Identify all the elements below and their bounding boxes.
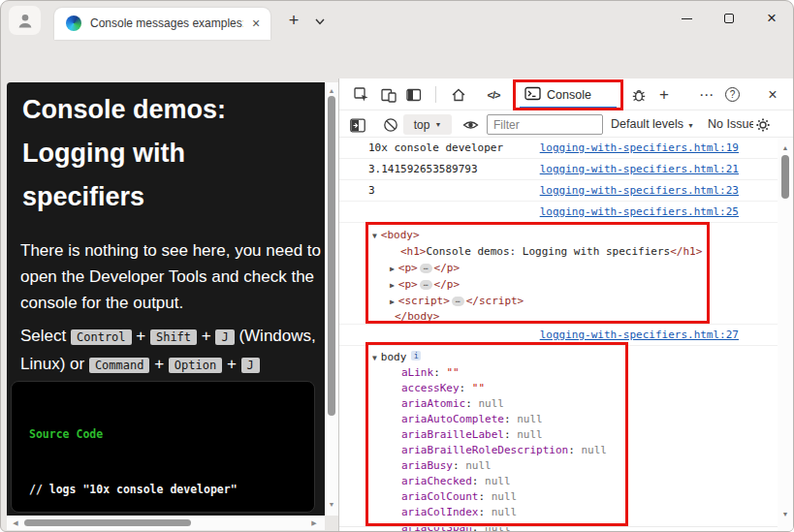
devtools-menu-dots-icon[interactable]: ⋯: [698, 86, 715, 104]
new-tab-button[interactable]: +: [282, 9, 305, 32]
devtools-scrollbar[interactable]: ▲ ▼: [778, 138, 793, 531]
html-tag: </body>: [395, 310, 439, 323]
browser-window: Console messages examples: Log × + × htt…: [0, 0, 794, 532]
add-tool-button[interactable]: +: [655, 86, 673, 104]
devtools-bottom-divider: [339, 526, 793, 527]
log-levels-label: Default levels: [611, 117, 683, 131]
source-link[interactable]: logging-with-specifiers.html:21: [540, 163, 739, 175]
dom-tree-line[interactable]: ▶<p>…</p>: [390, 278, 460, 291]
collapsed-ellipsis-icon[interactable]: …: [452, 297, 464, 306]
tab-list-chevron-icon[interactable]: [311, 13, 329, 30]
clear-console-icon[interactable]: [382, 116, 399, 134]
page-paragraph-1: There is nothing to see here, you need t…: [20, 237, 325, 316]
property-key: ariaBrailleLabel: [401, 428, 504, 441]
dom-tree-line[interactable]: ▶<p>…</p>: [390, 262, 460, 274]
scroll-right-icon[interactable]: ▶: [308, 517, 320, 528]
tab-welcome-home-icon[interactable]: [450, 86, 467, 104]
devtools-panel: </> Console + ⋯ ? × top: [338, 78, 793, 531]
html-text: Console demos: Logging with specifiers: [427, 245, 671, 258]
expand-open-icon[interactable]: ▼: [372, 354, 377, 362]
filter-input[interactable]: [487, 114, 603, 135]
object-property: aLink: "": [401, 366, 460, 379]
expand-closed-icon[interactable]: ▶: [390, 281, 395, 290]
page-vscroll-thumb[interactable]: [328, 96, 335, 416]
page-vertical-scrollbar[interactable]: ▲ ▼: [325, 82, 338, 516]
property-key: ariaColIndex: [401, 506, 478, 518]
window-close-button[interactable]: ×: [751, 1, 792, 36]
collapsed-ellipsis-icon[interactable]: …: [420, 264, 432, 273]
object-property: ariaAtomic: null: [401, 397, 504, 410]
expand-open-icon[interactable]: ▼: [372, 232, 377, 240]
console-log-area: 10x console developer logging-with-speci…: [339, 138, 778, 531]
url-toolbar: https://microsoftedge.github.io/Demos/de…: [1, 40, 793, 78]
console-message-row: 10x console developer logging-with-speci…: [339, 138, 778, 159]
html-tag: </p>: [434, 278, 461, 291]
scroll-up-icon[interactable]: ▲: [778, 141, 793, 153]
devtools-scroll-thumb[interactable]: [781, 155, 789, 199]
source-link[interactable]: logging-with-specifiers.html:23: [540, 184, 739, 197]
tab-console[interactable]: Console: [520, 80, 617, 109]
kbd-j2: J: [241, 358, 260, 373]
collapsed-ellipsis-icon[interactable]: …: [420, 280, 432, 290]
profile-avatar-button[interactable]: [9, 6, 41, 35]
console-message-text: 3: [368, 184, 375, 197]
scroll-left-icon[interactable]: ◀: [10, 517, 21, 528]
source-link[interactable]: logging-with-specifiers.html:19: [540, 141, 739, 154]
source-link[interactable]: logging-with-specifiers.html:25: [540, 205, 739, 218]
tab-elements-icon[interactable]: </>: [485, 86, 502, 104]
kbd-command: Command: [89, 358, 150, 373]
object-header[interactable]: ▼bodyi: [372, 351, 421, 363]
page-hscroll-thumb[interactable]: [24, 519, 191, 526]
object-property: ariaAutoComplete: null: [401, 413, 543, 425]
device-emulation-icon[interactable]: [380, 86, 397, 104]
object-property: ariaBusy: null: [401, 459, 492, 472]
window-minimize-button[interactable]: [666, 1, 707, 36]
html-tag: </script>: [466, 295, 524, 307]
page-horizontal-scrollbar[interactable]: ◀ ▶: [7, 516, 325, 530]
expand-closed-icon[interactable]: ▶: [390, 265, 395, 273]
info-badge-icon: i: [411, 351, 421, 360]
source-link[interactable]: logging-with-specifiers.html:27: [540, 329, 739, 341]
html-tag: <p>: [398, 278, 418, 291]
dom-tree-line[interactable]: ▼<body>: [372, 229, 420, 241]
devtools-close-icon[interactable]: ×: [764, 86, 781, 104]
scroll-down-icon[interactable]: ▼: [325, 498, 338, 510]
toolbar-divider: [435, 86, 436, 103]
html-tag: <h1>: [400, 245, 427, 258]
shortcut-text: +: [132, 327, 150, 345]
tab-issues-bug-icon[interactable]: [630, 86, 648, 104]
scroll-up-icon[interactable]: ▲: [325, 84, 338, 96]
window-maximize-button[interactable]: [709, 1, 749, 36]
property-key: aLink: [401, 366, 433, 379]
live-expression-eye-icon[interactable]: [461, 116, 479, 134]
property-value: null: [478, 397, 504, 410]
tab-close-icon[interactable]: ×: [247, 15, 265, 32]
focus-mode-icon[interactable]: [405, 86, 423, 104]
separator: :: [568, 444, 581, 456]
property-value: null: [492, 506, 518, 518]
separator: :: [478, 506, 491, 518]
object-name: body: [381, 351, 407, 363]
html-tag: <body>: [381, 229, 420, 241]
browser-tab[interactable]: Console messages examples: Log ×: [54, 8, 270, 40]
devtools-tabbar: </> Console + ⋯ ? ×: [339, 78, 793, 110]
context-selector-dropdown[interactable]: top ▼: [403, 114, 452, 135]
separator: :: [460, 382, 472, 394]
property-key: ariaChecked: [401, 475, 472, 487]
console-settings-gear-icon[interactable]: [754, 116, 772, 134]
kbd-control: Control: [71, 329, 132, 345]
shortcut-text: +: [197, 327, 215, 345]
scroll-down-icon[interactable]: ▼: [778, 508, 793, 519]
expand-closed-icon[interactable]: ▶: [390, 297, 395, 306]
person-icon: [16, 12, 34, 29]
dom-tree-line[interactable]: ▶<script>…</script>: [390, 295, 524, 307]
console-sidebar-icon[interactable]: [349, 116, 366, 134]
console-message-row: logging-with-specifiers.html:27: [339, 325, 778, 346]
help-icon[interactable]: ?: [725, 87, 740, 102]
object-property: ariaBrailleRoleDescription: null: [401, 444, 607, 456]
separator: :: [504, 413, 517, 425]
inspect-element-icon[interactable]: [353, 86, 370, 104]
log-levels-dropdown[interactable]: Default levels▼: [611, 117, 694, 131]
minimize-icon: [682, 18, 692, 19]
property-value: "": [472, 382, 485, 394]
